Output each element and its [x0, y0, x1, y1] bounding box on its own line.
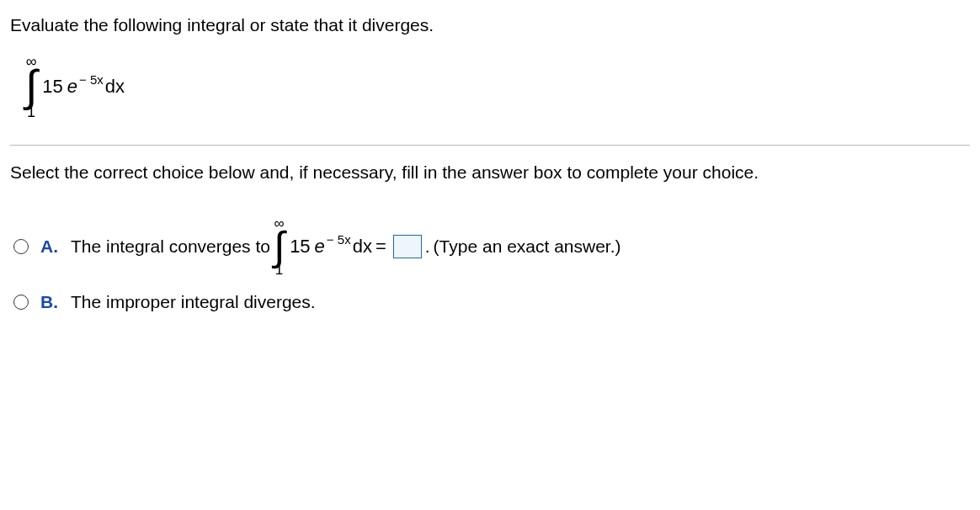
choice-b-text: The improper integral diverges.	[71, 292, 316, 312]
exponent: − 5x	[79, 72, 104, 87]
inline-dx: dx	[353, 236, 372, 258]
radio-choice-a[interactable]	[13, 239, 29, 254]
inline-integral-expression: ∞ ∫ 1 15 e − 5x dx =	[274, 216, 386, 277]
dx: dx	[105, 76, 125, 98]
choice-a-text: The integral converges to ∞ ∫ 1 15 e − 5…	[71, 216, 621, 277]
choice-a-pretext: The integral converges to	[71, 236, 270, 257]
choice-a-period: .	[425, 236, 430, 257]
integrand: 15 e − 5x dx	[42, 76, 125, 98]
choice-a-hint: (Type an exact answer.)	[434, 236, 621, 257]
inline-coefficient: 15	[290, 236, 310, 258]
answer-input[interactable]	[393, 235, 422, 258]
euler-e: e	[67, 76, 77, 98]
equals-sign: =	[375, 236, 386, 258]
integral-expression: ∞ ∫ 1 15 e − 5x dx	[25, 54, 970, 120]
choice-a-row: A. The integral converges to ∞ ∫ 1 15 e …	[13, 216, 970, 277]
integral-sign-icon: ∫	[25, 69, 37, 104]
inline-exponent: − 5x	[327, 232, 351, 247]
instruction-text: Select the correct choice below and, if …	[10, 162, 970, 183]
inline-integral-symbol-block: ∞ ∫ 1	[274, 216, 285, 277]
inline-integral-lower: 1	[275, 263, 283, 277]
choice-b-label: B.	[40, 292, 61, 312]
integral-lower-limit: 1	[27, 104, 35, 120]
question-prompt: Evaluate the following integral or state…	[10, 15, 970, 35]
choice-b-row: B. The improper integral diverges.	[13, 292, 970, 312]
inline-euler-e: e	[315, 236, 325, 258]
section-divider	[10, 145, 970, 146]
integral-symbol-block: ∞ ∫ 1	[25, 54, 37, 120]
choice-a-label: A.	[40, 236, 61, 257]
radio-choice-b[interactable]	[13, 295, 29, 310]
inline-integrand: 15 e − 5x dx =	[290, 236, 386, 258]
inline-integral-sign-icon: ∫	[274, 231, 285, 263]
coefficient: 15	[42, 76, 62, 98]
